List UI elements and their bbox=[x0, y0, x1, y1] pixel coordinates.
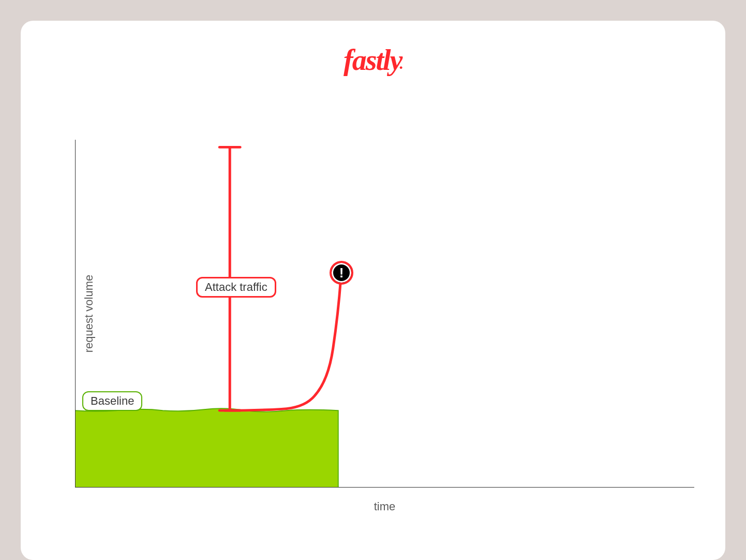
brand-logo: fastly. bbox=[344, 43, 402, 77]
baseline-label: Baseline bbox=[82, 391, 142, 411]
brand-logo-text: fastly bbox=[344, 44, 401, 76]
baseline-area bbox=[75, 408, 338, 488]
chart-svg bbox=[75, 140, 694, 488]
chart-plot-area: request volume Baseline Attack traffic !… bbox=[75, 140, 694, 488]
attack-traffic-line bbox=[225, 279, 340, 410]
x-axis-label: time bbox=[75, 500, 694, 513]
alert-marker-icon: ! bbox=[330, 261, 353, 285]
attack-traffic-label: Attack traffic bbox=[196, 277, 276, 298]
brand-logo-dot: . bbox=[399, 55, 402, 72]
chart-card: fastly. request volume Baseline Attack t… bbox=[21, 21, 725, 560]
